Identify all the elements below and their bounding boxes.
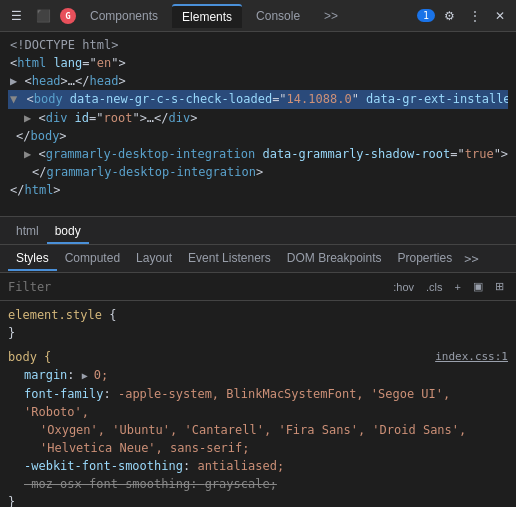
tab-body[interactable]: body <box>47 220 89 244</box>
css-selector-element-style[interactable]: element.style { <box>8 306 508 324</box>
html-line-html: <html lang="en"> <box>8 54 508 72</box>
grammarly-icon: G <box>60 8 76 24</box>
close-icon[interactable]: ✕ <box>490 7 510 25</box>
html-line-close-grammarly: </grammarly-desktop-integration> <box>8 163 508 181</box>
html-line-div-root[interactable]: ▶ <div id="root">…</div> <box>8 109 508 127</box>
css-rule-body-index: body { index.css:1 margin: ▶ 0; font-fam… <box>8 347 508 507</box>
css-prop-font-family-line1: font-family: -apple-system, BlinkMacSyst… <box>8 385 508 421</box>
subtab-styles[interactable]: Styles <box>8 247 57 271</box>
tab-elements[interactable]: Elements <box>172 4 242 28</box>
css-prop-webkit-smoothing: -webkit-font-smoothing: antialiased; <box>8 457 508 475</box>
tab-components[interactable]: Components <box>80 5 168 27</box>
subtab-properties[interactable]: Properties <box>390 247 461 271</box>
dots-icon[interactable]: ⋮ <box>464 7 486 25</box>
collapse-arrow-head: ▶ <box>10 74 24 88</box>
css-close-body-index: } <box>8 493 508 507</box>
tab-console[interactable]: Console <box>246 5 310 27</box>
css-close-element-style: } <box>8 324 508 342</box>
tab-more[interactable]: >> <box>314 5 348 27</box>
toolbar: ☰ ⬛ G Components Elements Console >> 1 ⚙… <box>0 0 516 32</box>
css-selector-body[interactable]: body { <box>8 348 51 366</box>
html-line-close-html: </html> <box>8 181 508 199</box>
html-line-body[interactable]: ▼ <body data-new-gr-c-s-check-loaded="14… <box>8 90 508 109</box>
html-line-doctype: <!DOCTYPE html> <box>8 36 508 54</box>
css-prop-font-family-line3: 'Helvetica Neue', sans-serif; <box>8 439 508 457</box>
toggle-icon-2[interactable]: ⊞ <box>491 279 508 294</box>
css-prop-moz-smoothing: -moz-osx-font-smoothing: grayscale; <box>8 475 508 493</box>
css-rule-body-header: body { index.css:1 <box>8 348 508 366</box>
subtab-dom-breakpoints[interactable]: DOM Breakpoints <box>279 247 390 271</box>
html-panel: <!DOCTYPE html> <html lang="en"> ▶ <head… <box>0 32 516 217</box>
gear-icon[interactable]: ⚙ <box>439 7 460 25</box>
device-icon[interactable]: ⬛ <box>31 7 56 25</box>
inspect-icon[interactable]: ☰ <box>6 7 27 25</box>
toggle-icon-1[interactable]: ▣ <box>469 279 487 294</box>
css-rule-element-style: element.style { } <box>8 305 508 343</box>
add-rule-button[interactable]: + <box>451 280 465 294</box>
html-line-close-body: </body> <box>8 127 508 145</box>
tab-html[interactable]: html <box>8 220 47 244</box>
html-line-grammarly[interactable]: ▶ <grammarly-desktop-integration data-gr… <box>8 145 508 163</box>
filter-bar: :hov .cls + ▣ ⊞ <box>0 273 516 301</box>
html-line-head[interactable]: ▶ <head>…</head> <box>8 72 508 90</box>
subtab-computed[interactable]: Computed <box>57 247 128 271</box>
badge-count: 1 <box>417 9 435 22</box>
cls-button[interactable]: .cls <box>422 280 447 294</box>
css-panel: element.style { } body { index.css:1 mar… <box>0 301 516 507</box>
subtab-overflow-icon[interactable]: >> <box>460 252 482 266</box>
styles-subtabs-bar: Styles Computed Layout Event Listeners D… <box>0 245 516 273</box>
bottom-tabs-bar: html body <box>0 217 516 245</box>
subtab-layout[interactable]: Layout <box>128 247 180 271</box>
css-prop-font-family-line2: 'Oxygen', 'Ubuntu', 'Cantarell', 'Fira S… <box>8 421 508 439</box>
css-prop-margin: margin: ▶ 0; <box>8 366 508 385</box>
filter-input[interactable] <box>8 280 385 294</box>
hov-button[interactable]: :hov <box>389 280 418 294</box>
subtab-event-listeners[interactable]: Event Listeners <box>180 247 279 271</box>
css-source-index[interactable]: index.css:1 <box>435 348 508 366</box>
